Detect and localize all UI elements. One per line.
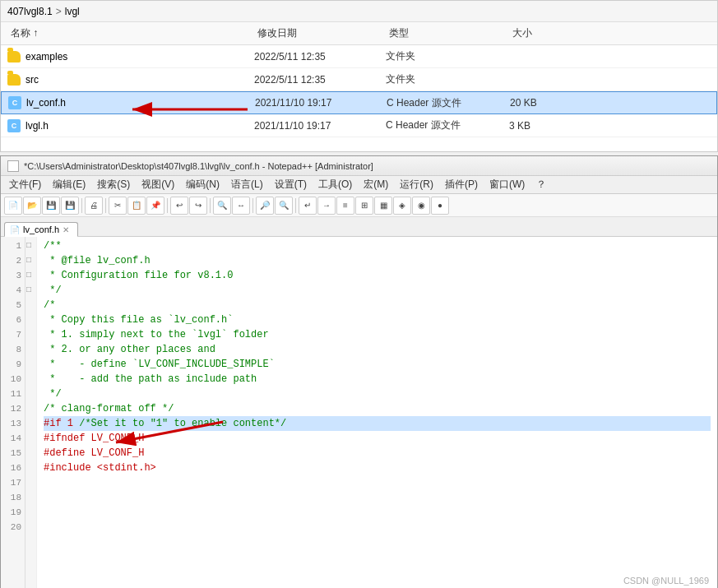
tb-cut[interactable]: ✂ xyxy=(109,197,127,215)
breadcrumb[interactable]: 407lvgl8.1 > lvgl xyxy=(1,1,717,22)
c-header-icon: C xyxy=(8,96,21,109)
tb-undo[interactable]: ↩ xyxy=(170,197,188,215)
menu-plugins[interactable]: 插件(P) xyxy=(440,177,483,192)
line-number: 3 xyxy=(4,268,21,283)
breadcrumb-part1[interactable]: 407lvgl8.1 xyxy=(7,6,53,17)
code-line: */ xyxy=(44,283,711,298)
explorer-row[interactable]: src 2022/5/11 12:35 文件夹 xyxy=(1,68,717,91)
line-number: 5 xyxy=(4,298,21,313)
code-editor[interactable]: 1234567891011121314151617181920 □ □ □ □ … xyxy=(1,237,717,588)
line-number: 18 xyxy=(4,490,21,505)
toolbar: 📄 📂 💾 💾 🖨 ✂ 📋 📌 ↩ ↪ 🔍 ↔ 🔎 🔍 ↵ → ≡ ⊞ ▦ ◈ … xyxy=(1,194,717,217)
file-name-cell: C lv_conf.h xyxy=(8,96,255,109)
tb-paste[interactable]: 📌 xyxy=(146,197,164,215)
tb-open[interactable]: 📂 xyxy=(23,197,41,215)
tb-save-all[interactable]: 💾 xyxy=(61,197,79,215)
sort-arrow: ↑ xyxy=(33,27,38,39)
col-size[interactable]: 大小 xyxy=(509,25,575,42)
tab-label: lv_conf.h xyxy=(23,225,59,234)
code-line: * 2. or any other places and xyxy=(44,342,711,357)
tb-grid[interactable]: ⊞ xyxy=(355,197,373,215)
menu-settings[interactable]: 设置(T) xyxy=(270,177,312,192)
tb-find[interactable]: 🔍 xyxy=(213,197,231,215)
file-name-cell: examples xyxy=(7,51,254,63)
tb-indent[interactable]: → xyxy=(317,197,336,215)
line-number: 9 xyxy=(4,357,21,372)
menu-tools[interactable]: 工具(O) xyxy=(313,177,357,192)
line-numbers: 1234567891011121314151617181920 xyxy=(1,237,25,588)
tb-zoom-in[interactable]: 🔎 xyxy=(256,197,274,215)
file-name: lvgl.h xyxy=(25,120,49,132)
tb-replace[interactable]: ↔ xyxy=(232,197,250,215)
menu-search[interactable]: 搜索(S) xyxy=(92,177,135,192)
tab-lv-conf[interactable]: 📄 lv_conf.h ✕ xyxy=(4,222,78,237)
menu-encode[interactable]: 编码(N) xyxy=(181,177,225,192)
notepad-doc-icon xyxy=(7,160,19,172)
code-line: * @file lv_conf.h xyxy=(44,253,711,268)
notepad-title: *C:\Users\Administrator\Desktop\st407lvg… xyxy=(24,161,373,171)
breadcrumb-sep: > xyxy=(56,6,62,17)
tb-more2[interactable]: ◉ xyxy=(412,197,430,215)
tb-align[interactable]: ≡ xyxy=(336,197,354,215)
code-content[interactable]: /** * @file lv_conf.h * Configuration fi… xyxy=(37,237,717,588)
line-number: 10 xyxy=(4,372,21,387)
menu-file[interactable]: 文件(F) xyxy=(4,177,46,192)
tb-redo[interactable]: ↪ xyxy=(189,197,207,215)
tab-doc-icon: 📄 xyxy=(10,225,20,234)
menu-edit[interactable]: 编辑(E) xyxy=(48,177,90,192)
tb-save[interactable]: 💾 xyxy=(42,197,60,215)
file-size: 20 KB xyxy=(510,97,576,109)
tb-wrap[interactable]: ↵ xyxy=(299,197,317,215)
col-date[interactable]: 修改日期 xyxy=(254,25,386,42)
fold-marker[interactable]: □ xyxy=(26,268,35,283)
tb-copy[interactable]: 📋 xyxy=(127,197,146,215)
tb-sep2 xyxy=(105,198,106,213)
code-line: /** xyxy=(44,238,711,253)
code-line: * Configuration file for v8.1.0 xyxy=(44,268,711,283)
line-number: 6 xyxy=(4,313,21,327)
menu-language[interactable]: 语言(L) xyxy=(226,177,268,192)
fold-marker[interactable]: □ xyxy=(26,283,35,298)
c-header-icon: C xyxy=(7,119,21,132)
menu-view[interactable]: 视图(V) xyxy=(137,177,179,192)
line-number: 2 xyxy=(4,253,21,268)
code-line: #include <stdint.h> xyxy=(44,461,711,475)
col-name[interactable]: 名称 ↑ xyxy=(7,25,254,42)
menu-macro[interactable]: 宏(M) xyxy=(359,177,393,192)
tb-sep4 xyxy=(210,198,211,213)
line-number: 4 xyxy=(4,283,21,298)
col-type[interactable]: 类型 xyxy=(386,25,509,42)
menu-bar: 文件(F) 编辑(E) 搜索(S) 视图(V) 编码(N) 语言(L) 设置(T… xyxy=(1,176,717,194)
code-line: * - define `LV_CONF_INCLUDE_SIMPLE` xyxy=(44,357,711,372)
tb-more1[interactable]: ◈ xyxy=(393,197,411,215)
folder-icon xyxy=(7,51,21,63)
tb-sep1 xyxy=(81,198,82,213)
code-line: * Copy this file as `lv_conf.h` xyxy=(44,313,711,327)
file-type: C Header 源文件 xyxy=(386,118,509,132)
tb-zoom-out[interactable]: 🔍 xyxy=(275,197,293,215)
watermark: CSDN @NULL_1969 xyxy=(623,576,709,586)
file-date: 2022/5/11 12:35 xyxy=(254,51,386,63)
file-type: 文件夹 xyxy=(386,72,509,86)
menu-help[interactable]: ？ xyxy=(531,177,551,192)
tab-bar: 📄 lv_conf.h ✕ xyxy=(1,217,717,237)
tab-close-button[interactable]: ✕ xyxy=(63,225,69,234)
line-number: 20 xyxy=(4,520,21,535)
tb-more3[interactable]: ● xyxy=(431,197,449,215)
fold-marker[interactable]: □ xyxy=(26,253,35,268)
breadcrumb-part2[interactable]: lvgl xyxy=(65,6,80,17)
explorer-row[interactable]: examples 2022/5/11 12:35 文件夹 xyxy=(1,45,717,68)
explorer-row[interactable]: C lv_conf.h 2021/11/10 19:17 C Header 源文… xyxy=(1,91,717,114)
tb-col[interactable]: ▦ xyxy=(374,197,392,215)
fold-marker[interactable]: □ xyxy=(26,238,35,253)
explorer-row[interactable]: C lvgl.h 2021/11/10 19:17 C Header 源文件 3… xyxy=(1,114,717,137)
code-line: */ xyxy=(44,387,711,401)
tb-print[interactable]: 🖨 xyxy=(85,197,103,215)
menu-run[interactable]: 运行(R) xyxy=(395,177,438,192)
file-date: 2021/11/10 19:17 xyxy=(254,120,386,132)
code-line: * - add the path as include path xyxy=(44,372,711,387)
explorer-column-headers: 名称 ↑ 修改日期 类型 大小 xyxy=(1,22,717,45)
code-line: #if 1 /*Set it to "1" to enable content*… xyxy=(44,416,711,431)
menu-window[interactable]: 窗口(W) xyxy=(484,177,530,192)
tb-new[interactable]: 📄 xyxy=(4,197,22,215)
